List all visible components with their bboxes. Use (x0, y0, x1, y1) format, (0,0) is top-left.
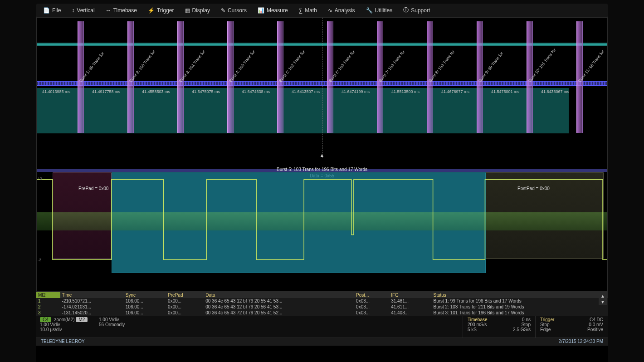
analysis-icon: ∿ (328, 7, 332, 14)
burst-time-label: 41.6436067 ms (541, 89, 569, 94)
cell-time: -210.510721... (60, 298, 124, 304)
burst-time-label: 41.6474199 ms (342, 89, 370, 94)
timebase-sr: 200 mS/s (468, 322, 487, 327)
cell-idx: 2 (36, 304, 60, 310)
timebase-icon: ↔ (106, 7, 111, 14)
file-icon: 📄 (43, 7, 50, 14)
scroll-up-icon[interactable]: ▲ (599, 293, 607, 299)
menu-support[interactable]: ⓘSupport (401, 5, 432, 15)
cell-status: Burst 1: 99 Trans for 196 Bits and 17 Wo… (431, 298, 608, 304)
cell-prepad: 0x00... (166, 298, 204, 304)
menu-label: File (52, 7, 61, 14)
teal-fill (37, 88, 569, 133)
menu-label: Vertical (77, 7, 94, 14)
math-icon: ∑ (299, 7, 303, 14)
c4-offset: 10.0 µs/div (40, 327, 91, 332)
menu-measure[interactable]: 📊Measure (255, 6, 290, 15)
digital-trace (37, 158, 607, 291)
menu-trigger[interactable]: ⚡Trigger (146, 6, 176, 15)
cell-sync: 106.00... (124, 298, 166, 304)
menu-vertical[interactable]: ↕Vertical (69, 6, 97, 15)
scroll-down-icon[interactable]: ▼ (599, 299, 607, 305)
c4-channel-box[interactable]: C4 zoom(M2) M2 1.00 V/div 10.0 µs/div (36, 316, 95, 338)
th-prepad[interactable]: PrePad (166, 292, 204, 298)
timebase-pos: 0 ns (522, 317, 531, 322)
cell-sync: 106.00... (124, 310, 166, 316)
trigger-mode: Stop (540, 322, 550, 327)
timebase-rec: 5 kS (468, 327, 477, 332)
lower-waveform-grid[interactable]: Burst 5: 103 Trans for 196 Bits and 17 W… (36, 158, 608, 292)
burst-diag-label: Burst 6: 103 Trans for (328, 27, 373, 83)
cell-time: -174.021031... (60, 304, 124, 310)
y-min: -2 (38, 258, 41, 262)
trigger-edge: Edge (540, 327, 551, 332)
trigger-icon: ⚡ (148, 7, 155, 14)
burst-time-label: 41.4558503 ms (142, 89, 170, 94)
menu-display[interactable]: ▦Display (183, 6, 212, 15)
cell-status: Burst 2: 103 Trans for 211 Bits and 19 W… (431, 304, 608, 310)
trigger-level: 0.0 mV (589, 322, 603, 327)
decode-table[interactable]: MI2TimeSyncPrePadDataPost...IFGStatus1-2… (36, 292, 608, 316)
cell-ifg: 41.408... (389, 310, 431, 316)
menu-label: Display (192, 7, 210, 14)
m2-note: 56 Ormondly (99, 322, 150, 327)
trigger-slope: Positive (587, 327, 603, 332)
cell-prepad: 0x00... (166, 310, 204, 316)
timebase-mem: 2.5 GS/s (513, 327, 531, 332)
th-sync[interactable]: Sync (124, 292, 166, 298)
cell-sync: 106.00... (124, 304, 166, 310)
cell-status: Burst 3: 101 Trans for 196 Bits and 17 W… (431, 310, 608, 316)
cell-post: 0x03... (354, 310, 389, 316)
th-status[interactable]: Status (431, 292, 608, 298)
cursor-handle-icon[interactable]: ▲ (320, 152, 325, 158)
burst-diag-label: Burst 1: 99 Trans for (78, 27, 124, 83)
trigger-box[interactable]: Trigger C4 DC Stop 0.0 mV Edge Positive (535, 316, 608, 338)
brand-label: TELEDYNE LECROY (41, 339, 85, 345)
c4-vdiv: 1.00 V/div (40, 322, 91, 327)
menu-label: Analysis (335, 7, 355, 14)
upper-waveform-grid[interactable]: Burst 1: 99 Trans for41.4013985 msBurst … (36, 17, 608, 158)
menu-label: Timebase (113, 7, 137, 14)
timebase-box[interactable]: Timebase 0 ns 200 mS/s Stop 5 kS 2.5 GS/… (463, 316, 535, 338)
menu-label: Support (411, 7, 430, 14)
clock-label: 2/7/2015 12:24:33 PM (559, 339, 603, 345)
table-row[interactable]: 1-210.510721...106.00...0x00...00 36 4c … (36, 298, 608, 304)
menu-analysis[interactable]: ∿Analysis (326, 6, 357, 15)
measure-icon: 📊 (258, 7, 264, 14)
cell-data: 00 36 4c 65 43 72 bf 79 20 55 41 52... (204, 310, 354, 316)
burst-diag-label: Burst 7: 103 Trans for (378, 27, 423, 83)
cell-time: -131.145020... (60, 310, 124, 316)
burst-time-label: 41.5475001 ms (491, 89, 519, 94)
th-post...[interactable]: Post... (354, 292, 389, 298)
cell-idx: 1 (36, 298, 60, 304)
burst-diag-label: Burst 3: 101 Trans for (178, 27, 224, 83)
menu-timebase[interactable]: ↔Timebase (103, 6, 139, 15)
table-scroll[interactable]: ▲ ▼ (599, 293, 607, 305)
m2-channel-box[interactable]: 1.00 V/div 56 Ormondly (95, 316, 154, 338)
cell-post: 0x03... (354, 304, 389, 310)
table-row[interactable]: 3-131.145020...106.00...0x00...00 36 4c … (36, 310, 608, 316)
th-mi2[interactable]: MI2 (36, 292, 60, 298)
menu-utilities[interactable]: 🔧Utilities (364, 6, 395, 15)
menu-math[interactable]: ∑Math (297, 6, 319, 15)
burst-time-label: 41.4676977 ms (441, 89, 469, 94)
menu-cursors[interactable]: ✎Cursors (219, 6, 249, 15)
th-data[interactable]: Data (204, 292, 354, 298)
c4-tag: C4 (40, 317, 51, 322)
th-ifg[interactable]: IFG (389, 292, 431, 298)
menu-file[interactable]: 📄File (41, 6, 63, 15)
cell-prepad: 0x00... (166, 304, 204, 310)
cell-ifg: 31.481... (389, 298, 431, 304)
cell-post: 0x03... (354, 298, 389, 304)
menu-label: Math (305, 7, 317, 14)
timebase-mode: Stop (521, 322, 531, 327)
burst-time-label: 41.4013985 ms (42, 89, 70, 94)
burst-time-label: 41.6413507 ms (292, 89, 320, 94)
menu-label: Utilities (375, 7, 393, 14)
th-time[interactable]: Time (60, 292, 124, 298)
table-row[interactable]: 2-174.021031...106.00...0x00...00 36 4c … (36, 304, 608, 310)
burst-diag-label: Burst 10: 101 Trans for (527, 27, 573, 83)
status-bar: TELEDYNE LECROY 2/7/2015 12:24:33 PM (36, 338, 608, 346)
menu-label: Cursors (228, 7, 247, 14)
center-cursor[interactable] (322, 18, 322, 158)
